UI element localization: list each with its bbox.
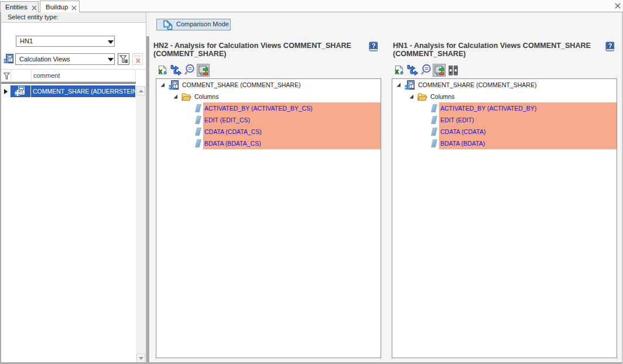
svg-text:?: ? (372, 42, 376, 49)
svg-text:?: ? (608, 42, 612, 49)
